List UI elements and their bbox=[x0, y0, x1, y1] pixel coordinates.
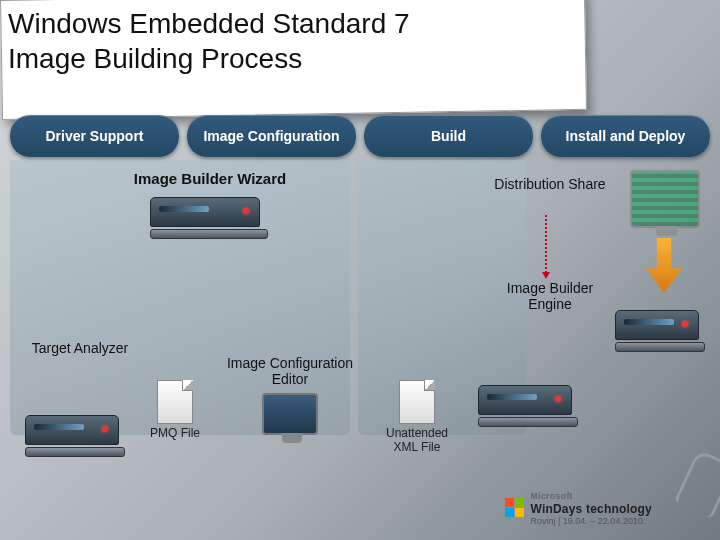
footer-date-location: Rovinj | 19.04. – 22.04.2010. bbox=[530, 516, 652, 526]
node-unattended-xml-file: Unattended XML File bbox=[382, 380, 452, 454]
footer-product: WinDays technology bbox=[530, 502, 652, 516]
title-line2: Image Building Process bbox=[8, 43, 302, 74]
file-icon bbox=[157, 380, 193, 424]
stage-label-driver: Driver Support bbox=[10, 115, 179, 157]
xml-file-label: Unattended XML File bbox=[386, 426, 448, 454]
footer-brand: Microsoft bbox=[530, 491, 572, 501]
engine-label: Image Builder Engine bbox=[507, 280, 593, 312]
distribution-share-label: Distribution Share bbox=[494, 176, 605, 192]
node-target-analyzer: Target Analyzer bbox=[25, 340, 135, 356]
device-icon bbox=[478, 385, 578, 430]
device-icon bbox=[150, 197, 270, 242]
microsoft-logo-icon bbox=[505, 498, 524, 517]
terminal-icon bbox=[630, 170, 700, 228]
ice-label: Image Configuration Editor bbox=[227, 355, 353, 387]
node-pmq-file: PMQ File bbox=[140, 380, 210, 440]
stage-label-install: Install and Deploy bbox=[541, 115, 710, 157]
device-icon bbox=[25, 415, 125, 460]
node-image-builder-wizard: Image Builder Wizard bbox=[70, 170, 350, 242]
stage-build: Build bbox=[364, 115, 533, 157]
stage-label-build: Build bbox=[364, 115, 533, 157]
stage-label-config: Image Configuration bbox=[187, 115, 356, 157]
footer-branding: Microsoft WinDays technology Rovinj | 19… bbox=[505, 488, 652, 526]
node-image-configuration-editor: Image Configuration Editor bbox=[225, 355, 355, 435]
wizard-label: Image Builder Wizard bbox=[70, 170, 350, 187]
arrow-down-icon bbox=[646, 238, 682, 293]
paperclip-icon bbox=[674, 449, 720, 519]
footer-text: Microsoft WinDays technology Rovinj | 19… bbox=[530, 488, 652, 526]
node-distribution-share: Distribution Share bbox=[490, 176, 610, 192]
page-title: Windows Embedded Standard 7 Image Buildi… bbox=[8, 6, 410, 76]
pmq-file-label: PMQ File bbox=[150, 426, 200, 440]
stage-install: Install and Deploy bbox=[541, 115, 710, 157]
node-image-builder-engine: Image Builder Engine bbox=[490, 280, 610, 312]
dotted-arrow-down-icon bbox=[545, 215, 547, 277]
device-icon bbox=[615, 310, 705, 355]
stage-config: Image Configuration bbox=[187, 115, 356, 157]
stage-driver: Driver Support bbox=[10, 115, 179, 157]
file-icon bbox=[399, 380, 435, 424]
title-line1: Windows Embedded Standard 7 bbox=[8, 8, 410, 39]
stage-row: Driver Support Image Configuration Build… bbox=[10, 115, 710, 157]
target-analyzer-label: Target Analyzer bbox=[32, 340, 129, 356]
monitor-icon bbox=[262, 393, 318, 435]
